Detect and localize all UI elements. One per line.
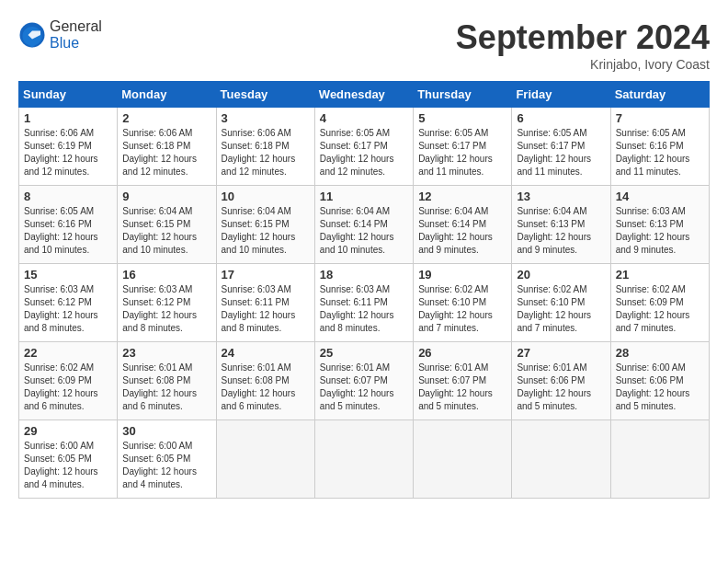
weekday-header-monday: Monday — [118, 82, 216, 108]
calendar-cell: 25Sunrise: 6:01 AM Sunset: 6:07 PM Dayli… — [314, 342, 413, 420]
weekday-header-tuesday: Tuesday — [216, 82, 314, 108]
day-number: 4 — [320, 111, 408, 125]
day-number: 3 — [222, 111, 310, 125]
day-info: Sunrise: 6:03 AM Sunset: 6:12 PM Dayligh… — [122, 283, 210, 335]
day-number: 24 — [222, 346, 310, 360]
calendar-cell: 24Sunrise: 6:01 AM Sunset: 6:08 PM Dayli… — [216, 342, 314, 420]
calendar-cell: 11Sunrise: 6:04 AM Sunset: 6:14 PM Dayli… — [314, 186, 413, 264]
calendar-cell — [610, 420, 709, 499]
day-info: Sunrise: 6:01 AM Sunset: 6:07 PM Dayligh… — [320, 362, 408, 413]
day-number: 20 — [517, 268, 605, 282]
day-info: Sunrise: 6:04 AM Sunset: 6:14 PM Dayligh… — [320, 205, 408, 257]
weekday-header-friday: Friday — [512, 82, 610, 108]
title-area: September 2024 Krinjabo, Ivory Coast — [456, 18, 710, 72]
calendar-cell — [512, 420, 610, 499]
calendar-cell: 22Sunrise: 6:02 AM Sunset: 6:09 PM Dayli… — [19, 342, 118, 420]
weekday-header-thursday: Thursday — [414, 82, 512, 108]
calendar-cell: 23Sunrise: 6:01 AM Sunset: 6:08 PM Dayli… — [118, 342, 216, 420]
day-info: Sunrise: 6:03 AM Sunset: 6:11 PM Dayligh… — [222, 283, 310, 335]
calendar-week-4: 22Sunrise: 6:02 AM Sunset: 6:09 PM Dayli… — [19, 342, 710, 420]
calendar-cell: 13Sunrise: 6:04 AM Sunset: 6:13 PM Dayli… — [512, 186, 610, 264]
day-info: Sunrise: 6:04 AM Sunset: 6:15 PM Dayligh… — [122, 205, 210, 257]
day-info: Sunrise: 6:05 AM Sunset: 6:17 PM Dayligh… — [517, 127, 605, 178]
day-info: Sunrise: 6:00 AM Sunset: 6:06 PM Dayligh… — [616, 362, 704, 413]
calendar-cell: 3Sunrise: 6:06 AM Sunset: 6:18 PM Daylig… — [216, 108, 314, 186]
calendar-week-3: 15Sunrise: 6:03 AM Sunset: 6:12 PM Dayli… — [19, 264, 710, 342]
calendar-cell: 26Sunrise: 6:01 AM Sunset: 6:07 PM Dayli… — [414, 342, 512, 420]
day-number: 6 — [517, 111, 605, 125]
day-info: Sunrise: 6:05 AM Sunset: 6:16 PM Dayligh… — [616, 127, 704, 178]
calendar-cell: 8Sunrise: 6:05 AM Sunset: 6:16 PM Daylig… — [19, 186, 118, 264]
day-number: 5 — [418, 111, 506, 125]
day-info: Sunrise: 6:02 AM Sunset: 6:09 PM Dayligh… — [616, 283, 704, 335]
location: Krinjabo, Ivory Coast — [456, 57, 710, 72]
calendar-cell — [314, 420, 413, 499]
day-info: Sunrise: 6:06 AM Sunset: 6:18 PM Dayligh… — [222, 127, 310, 178]
day-info: Sunrise: 6:02 AM Sunset: 6:09 PM Dayligh… — [24, 362, 112, 413]
calendar-cell: 12Sunrise: 6:04 AM Sunset: 6:14 PM Dayli… — [414, 186, 512, 264]
day-info: Sunrise: 6:05 AM Sunset: 6:16 PM Dayligh… — [24, 205, 112, 257]
calendar-cell: 19Sunrise: 6:02 AM Sunset: 6:10 PM Dayli… — [414, 264, 512, 342]
calendar-cell: 21Sunrise: 6:02 AM Sunset: 6:09 PM Dayli… — [610, 264, 709, 342]
day-info: Sunrise: 6:01 AM Sunset: 6:06 PM Dayligh… — [517, 362, 605, 413]
day-number: 7 — [616, 111, 704, 125]
day-number: 17 — [222, 268, 310, 282]
calendar-cell: 2Sunrise: 6:06 AM Sunset: 6:18 PM Daylig… — [118, 108, 216, 186]
day-info: Sunrise: 6:04 AM Sunset: 6:13 PM Dayligh… — [517, 205, 605, 257]
calendar-cell: 20Sunrise: 6:02 AM Sunset: 6:10 PM Dayli… — [512, 264, 610, 342]
day-info: Sunrise: 6:03 AM Sunset: 6:11 PM Dayligh… — [320, 283, 408, 335]
calendar-cell: 17Sunrise: 6:03 AM Sunset: 6:11 PM Dayli… — [216, 264, 314, 342]
calendar-cell — [216, 420, 314, 499]
logo: General Blue — [18, 18, 102, 52]
calendar-cell: 1Sunrise: 6:06 AM Sunset: 6:19 PM Daylig… — [19, 108, 118, 186]
day-info: Sunrise: 6:00 AM Sunset: 6:05 PM Dayligh… — [122, 440, 210, 491]
logo-icon — [18, 21, 46, 49]
day-info: Sunrise: 6:00 AM Sunset: 6:05 PM Dayligh… — [24, 440, 112, 491]
calendar-cell: 6Sunrise: 6:05 AM Sunset: 6:17 PM Daylig… — [512, 108, 610, 186]
calendar-cell: 4Sunrise: 6:05 AM Sunset: 6:17 PM Daylig… — [314, 108, 413, 186]
day-number: 21 — [616, 268, 704, 282]
calendar-week-5: 29Sunrise: 6:00 AM Sunset: 6:05 PM Dayli… — [19, 420, 710, 499]
calendar-week-2: 8Sunrise: 6:05 AM Sunset: 6:16 PM Daylig… — [19, 186, 710, 264]
day-info: Sunrise: 6:02 AM Sunset: 6:10 PM Dayligh… — [418, 283, 506, 335]
calendar-cell: 28Sunrise: 6:00 AM Sunset: 6:06 PM Dayli… — [610, 342, 709, 420]
weekday-header-sunday: Sunday — [19, 82, 118, 108]
day-number: 13 — [517, 190, 605, 203]
day-number: 2 — [122, 111, 210, 125]
day-info: Sunrise: 6:06 AM Sunset: 6:19 PM Dayligh… — [24, 127, 112, 178]
day-info: Sunrise: 6:03 AM Sunset: 6:13 PM Dayligh… — [616, 205, 704, 257]
day-info: Sunrise: 6:01 AM Sunset: 6:08 PM Dayligh… — [222, 362, 310, 413]
day-number: 18 — [320, 268, 408, 282]
day-info: Sunrise: 6:05 AM Sunset: 6:17 PM Dayligh… — [320, 127, 408, 178]
calendar-week-1: 1Sunrise: 6:06 AM Sunset: 6:19 PM Daylig… — [19, 108, 710, 186]
calendar-cell: 9Sunrise: 6:04 AM Sunset: 6:15 PM Daylig… — [118, 186, 216, 264]
calendar-cell: 16Sunrise: 6:03 AM Sunset: 6:12 PM Dayli… — [118, 264, 216, 342]
day-info: Sunrise: 6:01 AM Sunset: 6:08 PM Dayligh… — [122, 362, 210, 413]
calendar-header-row: SundayMondayTuesdayWednesdayThursdayFrid… — [19, 82, 710, 108]
day-number: 19 — [418, 268, 506, 282]
day-info: Sunrise: 6:01 AM Sunset: 6:07 PM Dayligh… — [418, 362, 506, 413]
calendar-cell: 7Sunrise: 6:05 AM Sunset: 6:16 PM Daylig… — [610, 108, 709, 186]
day-number: 14 — [616, 190, 704, 203]
calendar-cell: 10Sunrise: 6:04 AM Sunset: 6:15 PM Dayli… — [216, 186, 314, 264]
page-header: General Blue September 2024 Krinjabo, Iv… — [18, 18, 710, 72]
day-number: 12 — [418, 190, 506, 203]
day-number: 22 — [24, 346, 112, 360]
day-number: 26 — [418, 346, 506, 360]
calendar-cell — [414, 420, 512, 499]
day-number: 23 — [122, 346, 210, 360]
day-number: 11 — [320, 190, 408, 203]
day-number: 1 — [24, 111, 112, 125]
logo-text: General Blue — [50, 18, 102, 52]
calendar-cell: 30Sunrise: 6:00 AM Sunset: 6:05 PM Dayli… — [118, 420, 216, 499]
day-number: 10 — [222, 190, 310, 203]
day-info: Sunrise: 6:06 AM Sunset: 6:18 PM Dayligh… — [122, 127, 210, 178]
calendar-cell: 5Sunrise: 6:05 AM Sunset: 6:17 PM Daylig… — [414, 108, 512, 186]
calendar-table: SundayMondayTuesdayWednesdayThursdayFrid… — [18, 81, 710, 499]
day-number: 25 — [320, 346, 408, 360]
day-number: 16 — [122, 268, 210, 282]
day-number: 9 — [122, 190, 210, 203]
day-number: 8 — [24, 190, 112, 203]
calendar-cell: 15Sunrise: 6:03 AM Sunset: 6:12 PM Dayli… — [19, 264, 118, 342]
day-info: Sunrise: 6:04 AM Sunset: 6:15 PM Dayligh… — [222, 205, 310, 257]
